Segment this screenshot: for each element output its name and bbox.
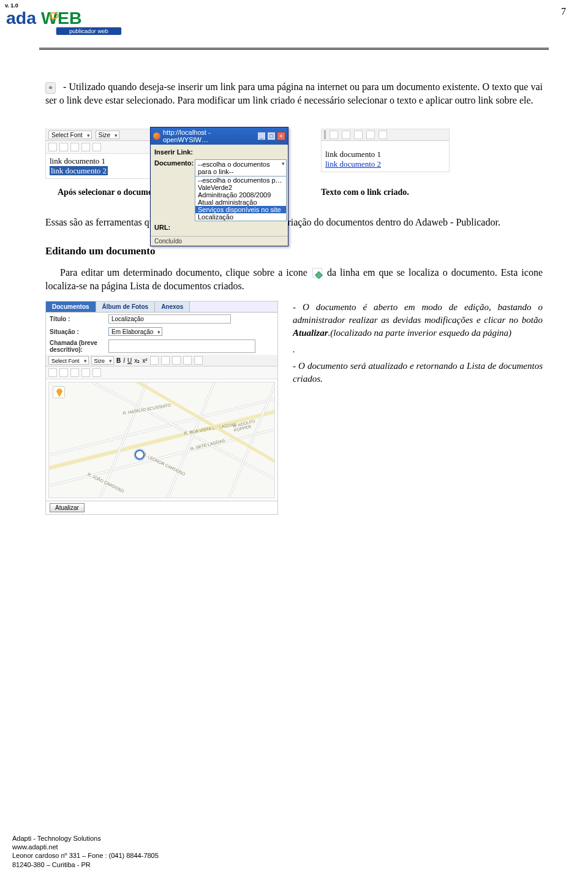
screenshot-edit-document: Documentos Álbum de Fotos Anexos Título … <box>45 301 278 515</box>
grid-icon[interactable] <box>59 368 68 377</box>
dropdown-item[interactable]: Adminitração 2008/2009 <box>195 191 286 199</box>
underline-icon[interactable]: U <box>127 357 132 364</box>
tab-album[interactable]: Álbum de Fotos <box>96 302 156 312</box>
result-toolbar <box>322 129 449 141</box>
titulo-input[interactable]: Localização <box>108 314 231 324</box>
atualizar-button[interactable]: Atualizar <box>50 503 85 512</box>
paste-icon[interactable] <box>92 368 101 377</box>
sub-icon[interactable]: x₂ <box>134 357 140 364</box>
tab-anexos[interactable]: Anexos <box>155 302 190 312</box>
footer-url: www.adapti.net <box>12 843 159 851</box>
result-link[interactable]: link documento 2 <box>325 159 381 169</box>
url-label: URL: <box>154 224 191 231</box>
outdent-icon[interactable] <box>183 356 192 365</box>
richtext-toolbar: Select Font Size B I U x₂ x² <box>46 355 277 366</box>
side-notes: - O documento é aberto em modo de edição… <box>293 301 543 389</box>
dropdown-item[interactable]: Localização <box>195 213 286 221</box>
org-marker-icon <box>53 386 65 398</box>
grip-icon <box>324 131 326 139</box>
chamada-input[interactable] <box>108 339 255 353</box>
grid-icon[interactable] <box>59 143 68 151</box>
map-preview[interactable]: R. HATALIO SCUSSIATO R. BOA VISTA DE LAG… <box>48 382 275 498</box>
rt-font-select[interactable]: Select Font <box>48 356 89 365</box>
screenshot-result: link documento 1 link documento 2 <box>321 129 450 172</box>
situacao-label: Situação : <box>50 328 105 335</box>
minimize-icon[interactable]: _ <box>257 132 266 140</box>
svg-text:publicador web: publicador web <box>69 28 108 34</box>
svg-text:ada: ada <box>6 8 37 28</box>
font-select[interactable]: Select Font <box>48 131 92 139</box>
result-line: link documento 1 <box>325 150 445 159</box>
header-rule <box>39 48 549 50</box>
footer-address: Leonor cardoso nº 331 – Fone : (041) 884… <box>12 851 159 860</box>
chamada-label: Chamada (breve descritivo): <box>50 339 105 353</box>
close-icon[interactable]: × <box>277 132 285 140</box>
align-left-icon[interactable] <box>150 356 159 365</box>
dropdown-item[interactable]: Atual administração <box>195 199 286 206</box>
page-number: 7 <box>561 6 566 17</box>
footer-company: Adapti - Technology Solutions <box>12 834 159 843</box>
size-select[interactable]: Size <box>96 131 119 139</box>
cut-icon[interactable] <box>70 143 79 151</box>
dialog-titlebar[interactable]: http://localhost - openWYSIW… _ □ × <box>151 127 288 145</box>
brand-logo: adaWEB publicador web <box>6 7 123 37</box>
street-label: R. JOÃO CARDOSO <box>87 472 125 493</box>
table-icon[interactable] <box>48 368 57 377</box>
titulo-label: Título : <box>50 316 105 322</box>
paste-icon[interactable] <box>92 143 101 151</box>
table-icon[interactable] <box>330 131 338 139</box>
bold-icon[interactable]: B <box>116 357 121 364</box>
caption-b: Texto com o link criado. <box>321 188 450 197</box>
copy-icon[interactable] <box>81 143 90 151</box>
street-label: R. BOA VISTA DE LAGOAS <box>184 422 237 436</box>
edit-paragraph: Para editar um determinado documento, cl… <box>45 266 543 292</box>
cut-icon[interactable] <box>354 131 363 139</box>
svg-text:WEB: WEB <box>41 8 82 28</box>
dialog-title: http://localhost - openWYSIW… <box>163 129 257 143</box>
screenshot-insert-link: Select Font Size link documento 1 link d… <box>45 129 284 179</box>
situacao-select[interactable]: Em Elaboração <box>108 327 162 336</box>
street-label: R. HATALIO SCUSSIATO <box>123 403 172 415</box>
tab-documentos[interactable]: Documentos <box>46 302 96 312</box>
table-icon[interactable] <box>48 143 57 151</box>
dialog-status: Concluído <box>151 236 288 246</box>
richtext-toolbar2 <box>46 366 277 379</box>
dropdown-item[interactable]: --escolha o documentos para o link-- <box>195 176 286 184</box>
copy-icon[interactable] <box>366 131 375 139</box>
rt-size-select[interactable]: Size <box>91 356 115 365</box>
edit-page-icon <box>312 268 322 278</box>
page-footer: Adapti - Technology Solutions www.adapti… <box>12 834 159 869</box>
cut-icon[interactable] <box>70 368 79 377</box>
section-heading: Editando um documento <box>45 245 543 257</box>
intro-paragraph: ⚭ - Utilizado quando deseja-se inserir u… <box>45 80 543 107</box>
italic-icon[interactable]: I <box>123 357 125 364</box>
doc-label: Documento: <box>154 159 191 167</box>
list-icon[interactable] <box>161 356 170 365</box>
grid-icon[interactable] <box>342 131 350 139</box>
footer-zip: 81240-380 – Curitiba - PR <box>12 860 159 869</box>
dropdown-item-selected[interactable]: Serviços disponíveis no site <box>195 206 286 213</box>
dropdown-item[interactable]: ValeVerde2 <box>195 184 286 191</box>
copy-icon[interactable] <box>81 368 90 377</box>
paste-icon[interactable] <box>379 131 387 139</box>
edit-tabs: Documentos Álbum de Fotos Anexos <box>46 302 277 313</box>
chain-link-icon: ⚭ <box>45 82 56 94</box>
sup-icon[interactable]: x² <box>142 357 147 364</box>
dialog-heading: Inserir Link: <box>154 148 284 156</box>
mid-paragraph: Essas são as ferramentas que iram auxili… <box>45 216 543 229</box>
list-ol-icon[interactable] <box>172 356 181 365</box>
maximize-icon[interactable]: □ <box>267 132 276 140</box>
editor-selected-text: link documento 2 <box>50 166 108 175</box>
indent-icon[interactable] <box>194 356 203 365</box>
insert-link-dialog: http://localhost - openWYSIW… _ □ × Inse… <box>150 127 288 246</box>
dropdown-list: --escolha o documentos para o link-- Val… <box>195 176 286 221</box>
firefox-icon <box>153 132 160 140</box>
dropdown-selected[interactable]: --escolha o documentos para o link-- <box>195 160 286 176</box>
doc-dropdown[interactable]: --escolha o documentos para o link-- --e… <box>195 159 287 221</box>
